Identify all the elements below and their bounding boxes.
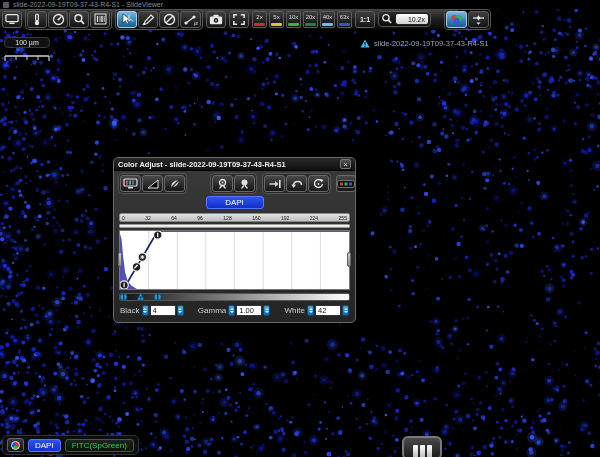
white-up-down-left[interactable] <box>307 305 314 316</box>
curve-plot[interactable] <box>120 231 349 289</box>
svg-text:µm: µm <box>194 21 198 26</box>
slide-thermometer-icon <box>32 13 42 26</box>
tray-bar <box>420 445 425 457</box>
display-icon <box>5 13 19 26</box>
gamma-up-down-left[interactable] <box>228 305 235 316</box>
tray-bar <box>413 445 418 457</box>
hide-annotations-button[interactable] <box>159 11 179 28</box>
image-adjust-group <box>444 9 491 30</box>
range-handle-left[interactable] <box>118 252 122 267</box>
gamma-input[interactable] <box>236 305 262 316</box>
one-to-one-button[interactable]: 1:1 <box>355 11 375 28</box>
auto-brightness-button[interactable] <box>212 175 233 192</box>
barcode-icon <box>94 13 107 25</box>
objective-2x-button[interactable]: 2x <box>252 11 267 28</box>
intensity-ruler: 0 32 64 96 128 160 192 224 255 <box>119 213 350 222</box>
gamma-spinner <box>228 305 270 316</box>
slide-thermometer-button[interactable] <box>27 11 47 28</box>
snapshot-button[interactable] <box>206 11 226 28</box>
scale-bar: 100 µm <box>4 37 50 66</box>
objective-40x-button[interactable]: 40x <box>320 11 335 28</box>
channel-fitc-button[interactable]: FITC(SpGreen) <box>65 439 134 452</box>
objectives-group: 2x 5x 10x 20x 40x 63x <box>252 11 352 28</box>
black-input[interactable] <box>150 305 176 316</box>
scale-bar-label: 100 µm <box>4 37 50 48</box>
overlay-channels-button[interactable] <box>7 438 24 452</box>
magnifier-icon <box>73 13 86 26</box>
view-options-group <box>118 173 187 194</box>
display-button[interactable] <box>2 11 22 28</box>
channel-colors-button[interactable] <box>336 175 356 192</box>
range-handle-right[interactable] <box>347 252 351 267</box>
annotation-pen-button[interactable] <box>138 11 158 28</box>
main-toolbar: µm 2x 5x <box>0 9 458 30</box>
ramp-icon <box>146 178 160 190</box>
gamma-up-down-right[interactable] <box>263 305 270 316</box>
black-up-down-right[interactable] <box>177 305 184 316</box>
zoom-magnifier-icon <box>381 13 393 25</box>
gradient-markers[interactable] <box>120 291 349 304</box>
white-up-down-right[interactable] <box>342 305 349 316</box>
tray-bar <box>427 445 432 457</box>
color-adjust-dialog: Color Adjust - slide-2022-09-19T09-37-43… <box>113 157 356 323</box>
auto-contrast-button[interactable] <box>234 175 255 192</box>
pointer-tool-button[interactable] <box>117 11 137 28</box>
objective-63x-button[interactable]: 63x <box>337 11 352 28</box>
pointer-icon <box>120 13 134 26</box>
pen-icon <box>141 13 155 26</box>
channel-tab-row: DAPI <box>114 196 355 211</box>
objective-20x-button[interactable]: 20x <box>303 11 318 28</box>
dialog-close-button[interactable]: × <box>340 159 351 169</box>
slide-label-text: slide-2022-09-19T09-37-43-R4-S1 <box>374 39 489 48</box>
auto-adjust-group <box>210 173 257 194</box>
range-strip <box>119 224 350 228</box>
window-titlebar: slide-2022-09-19T09-37-43-R4-S1 - SlideV… <box>0 0 600 9</box>
display-settings-icon <box>471 13 486 26</box>
fullscreen-button[interactable] <box>229 11 249 28</box>
rgb-wheel-icon <box>11 441 20 450</box>
channel-bar: DAPI FITC(SpGreen) <box>2 435 139 455</box>
ramp-curve-button[interactable] <box>142 175 163 192</box>
slide-tray-button[interactable] <box>402 436 442 457</box>
measure-icon: µm <box>183 13 198 26</box>
channel-tab-dapi[interactable]: DAPI <box>206 196 264 209</box>
channel-dapi-button[interactable]: DAPI <box>28 439 61 452</box>
black-label: Black <box>120 306 140 315</box>
levels-row: Black Gamma White <box>119 305 350 316</box>
reset-button[interactable] <box>308 175 329 192</box>
zoom-level-input[interactable] <box>395 13 429 25</box>
fullscreen-icon <box>232 13 246 26</box>
dialog-titlebar[interactable]: Color Adjust - slide-2022-09-19T09-37-43… <box>114 158 355 171</box>
gradient-slider[interactable] <box>119 293 350 301</box>
color-adjust-icon <box>449 13 464 26</box>
natural-color-button[interactable] <box>164 175 185 192</box>
apply-to-all-button[interactable] <box>264 175 285 192</box>
dialog-body: 0 32 64 96 128 160 192 224 255 Black <box>114 211 355 316</box>
dialog-title: Color Adjust - slide-2022-09-19T09-37-43… <box>118 160 340 169</box>
curve-chart[interactable] <box>119 230 350 290</box>
warning-triangle-icon <box>360 39 370 48</box>
gamma-label: Gamma <box>198 306 226 315</box>
apply-icon <box>268 178 282 190</box>
navigator-icon <box>52 13 65 26</box>
objective-5x-button[interactable]: 5x <box>269 11 284 28</box>
white-input[interactable] <box>315 305 341 316</box>
color-adjust-button[interactable] <box>446 11 467 28</box>
scale-bar-ruler <box>4 55 50 62</box>
measure-button[interactable]: µm <box>180 11 201 28</box>
slide-tools-group <box>25 9 112 30</box>
display-settings-button[interactable] <box>468 11 489 28</box>
barcode-button[interactable] <box>90 11 110 28</box>
black-up-down-left[interactable] <box>142 305 149 316</box>
lut-display-icon <box>123 178 138 190</box>
undo-button[interactable] <box>286 175 307 192</box>
lut-display-button[interactable] <box>120 175 141 192</box>
undo-icon <box>290 178 304 190</box>
magnifier-tool-button[interactable] <box>69 11 89 28</box>
camera-icon <box>209 13 223 26</box>
white-label: White <box>285 306 305 315</box>
objective-10x-button[interactable]: 10x <box>286 11 301 28</box>
auto-brightness-icon <box>216 178 229 190</box>
navigator-button[interactable] <box>48 11 68 28</box>
dialog-toolbar <box>114 171 355 196</box>
